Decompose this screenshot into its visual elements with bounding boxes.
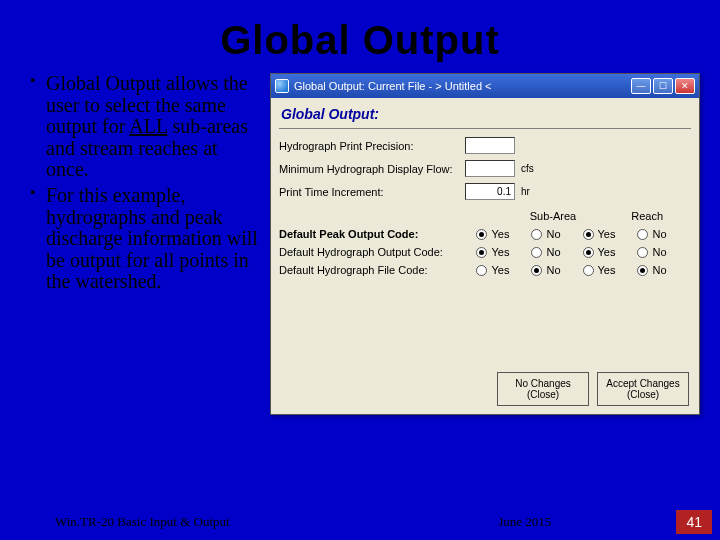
minflow-label: Minimum Hydrograph Display Flow: <box>279 163 459 175</box>
no-changes-l2: (Close) <box>527 389 559 401</box>
minimize-button[interactable]: — <box>631 78 651 94</box>
accept-l2: (Close) <box>627 389 659 401</box>
window-title: Global Output: Current File - > Untitled… <box>294 80 631 92</box>
page-number: 41 <box>676 510 712 534</box>
footer-date: June 2015 <box>498 514 551 530</box>
footer-left: Win.TR-20 Basic Input & Output <box>55 514 230 530</box>
peak-output-label: Default Peak Output Code: <box>279 228 464 240</box>
peak-reach-yes-radio[interactable] <box>583 229 594 240</box>
accept-changes-button[interactable]: Accept Changes (Close) <box>597 372 689 406</box>
yes-label: Yes <box>491 264 509 276</box>
no-label: No <box>546 246 560 258</box>
time-label: Print Time Increment: <box>279 186 459 198</box>
time-row: Print Time Increment: hr <box>279 183 691 200</box>
bullet-2: For this example, hydrographs and peak d… <box>30 185 260 293</box>
yes-label: Yes <box>491 246 509 258</box>
hydro-file-label: Default Hydrograph File Code: <box>279 264 464 276</box>
precision-row: Hydrograph Print Precision: <box>279 137 691 154</box>
hydro-reach-no-radio[interactable] <box>637 247 648 258</box>
maximize-button[interactable]: ☐ <box>653 78 673 94</box>
no-label: No <box>652 228 666 240</box>
yes-label: Yes <box>598 228 616 240</box>
time-input[interactable] <box>465 183 515 200</box>
no-label: No <box>546 228 560 240</box>
precision-input[interactable] <box>465 137 515 154</box>
close-button[interactable]: ✕ <box>675 78 695 94</box>
peak-reach-no-radio[interactable] <box>637 229 648 240</box>
hydro-output-row: Default Hydrograph Output Code: Yes No Y… <box>279 246 691 258</box>
file-reach-no-radio[interactable] <box>637 265 648 276</box>
no-changes-l1: No Changes <box>515 378 571 390</box>
peak-sub-no-radio[interactable] <box>531 229 542 240</box>
hydro-reach-yes-radio[interactable] <box>583 247 594 258</box>
divider <box>279 128 691 129</box>
peak-subarea-group: Yes No Yes No <box>464 228 679 240</box>
bullet-1: Global Output allows the user to select … <box>30 73 260 181</box>
time-unit: hr <box>521 186 530 197</box>
accept-l1: Accept Changes <box>606 378 679 390</box>
minflow-input[interactable] <box>465 160 515 177</box>
bullet-list: Global Output allows the user to select … <box>30 73 260 415</box>
yes-label: Yes <box>491 228 509 240</box>
yes-label: Yes <box>598 246 616 258</box>
hydro-sub-no-radio[interactable] <box>531 247 542 258</box>
window-controls: — ☐ ✕ <box>631 78 695 94</box>
window-body: Global Output: Hydrograph Print Precisio… <box>271 98 699 288</box>
file-reach-yes-radio[interactable] <box>583 265 594 276</box>
file-sub-no-radio[interactable] <box>531 265 542 276</box>
peak-output-row: Default Peak Output Code: Yes No Yes No <box>279 228 691 240</box>
precision-label: Hydrograph Print Precision: <box>279 140 459 152</box>
slide-title: Global Output <box>0 0 720 73</box>
no-label: No <box>652 246 666 258</box>
content-area: Global Output allows the user to select … <box>0 73 720 415</box>
col-reach: Reach <box>631 210 663 222</box>
footer: Win.TR-20 Basic Input & Output June 2015 <box>0 514 720 530</box>
minflow-row: Minimum Hydrograph Display Flow: cfs <box>279 160 691 177</box>
col-subarea: Sub-Area <box>530 210 576 222</box>
no-label: No <box>652 264 666 276</box>
no-changes-button[interactable]: No Changes (Close) <box>497 372 589 406</box>
hydro-sub-yes-radio[interactable] <box>476 247 487 258</box>
peak-sub-yes-radio[interactable] <box>476 229 487 240</box>
hydro-file-group: Yes No Yes No <box>464 264 679 276</box>
button-bar: No Changes (Close) Accept Changes (Close… <box>497 372 689 406</box>
hydro-output-group: Yes No Yes No <box>464 246 679 258</box>
section-title: Global Output: <box>281 106 691 122</box>
bullet-1-all: ALL <box>129 115 167 137</box>
hydro-file-row: Default Hydrograph File Code: Yes No Yes… <box>279 264 691 276</box>
minflow-unit: cfs <box>521 163 534 174</box>
app-icon <box>275 79 289 93</box>
yes-label: Yes <box>598 264 616 276</box>
hydro-output-label: Default Hydrograph Output Code: <box>279 246 464 258</box>
dialog-window: Global Output: Current File - > Untitled… <box>270 73 700 415</box>
titlebar[interactable]: Global Output: Current File - > Untitled… <box>271 74 699 98</box>
no-label: No <box>546 264 560 276</box>
file-sub-yes-radio[interactable] <box>476 265 487 276</box>
column-headers: Sub-Area Reach <box>279 210 691 222</box>
